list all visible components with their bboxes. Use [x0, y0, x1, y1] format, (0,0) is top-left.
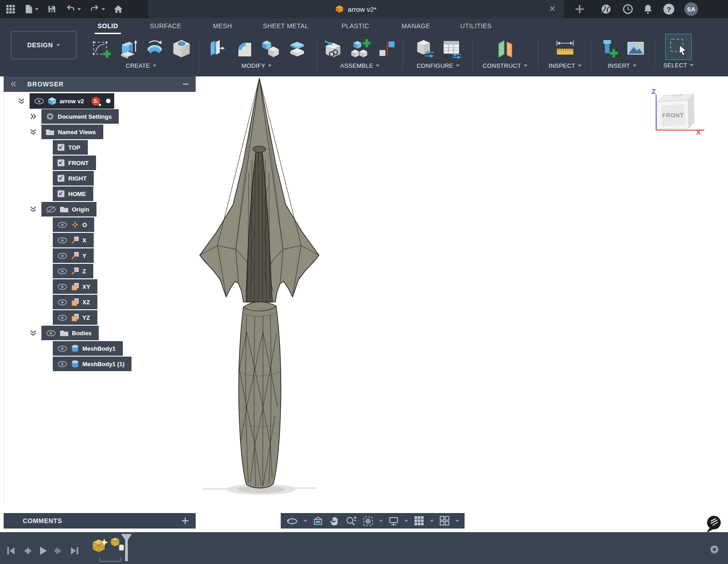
minimize-panel-icon[interactable] [182, 81, 189, 88]
tree-row-axis-y[interactable]: Y [4, 248, 196, 263]
eye-icon[interactable] [57, 237, 68, 244]
insert-dropdown[interactable]: INSERT [607, 62, 636, 69]
redo-button[interactable] [89, 4, 105, 14]
app-grid-icon[interactable] [5, 4, 15, 14]
new-component-button[interactable] [349, 38, 370, 59]
tree-row-plane-yz[interactable]: YZ [4, 310, 196, 325]
share-status-badge[interactable]: S. [91, 97, 100, 106]
chevron-right-icon[interactable] [29, 112, 37, 121]
activate-component-radio[interactable] [106, 99, 111, 103]
tree-row-view-top[interactable]: TOP [4, 140, 196, 155]
eye-off-icon[interactable] [46, 206, 56, 213]
inspect-dropdown[interactable]: INSPECT [549, 62, 581, 69]
eye-icon[interactable] [34, 98, 45, 105]
joint-button[interactable] [376, 38, 397, 59]
step-back-button[interactable] [22, 546, 31, 555]
view-cube-front-face[interactable]: FRONT [657, 112, 689, 119]
timeline-insert-mesh-feature[interactable] [91, 538, 109, 556]
job-status-clock-icon[interactable] [622, 4, 633, 15]
file-menu-button[interactable] [24, 4, 39, 14]
undo-button[interactable] [65, 4, 81, 14]
orbit-icon[interactable] [286, 515, 298, 527]
save-button[interactable] [47, 4, 57, 14]
pan-icon[interactable] [329, 515, 340, 526]
chevron-down-icon[interactable] [29, 128, 37, 136]
tree-row-plane-xy[interactable]: XY [4, 279, 196, 294]
tree-row-axis-x[interactable]: X [4, 233, 196, 247]
new-tab-icon[interactable] [574, 4, 585, 15]
display-settings-icon[interactable] [388, 515, 399, 526]
grid-settings-icon[interactable] [414, 515, 425, 526]
extrude-button[interactable] [117, 38, 138, 59]
tab-plastic[interactable]: PLASTIC [341, 22, 369, 30]
eye-icon[interactable] [57, 314, 68, 321]
hole-button[interactable] [171, 38, 192, 59]
eye-icon[interactable] [57, 252, 68, 259]
eye-icon[interactable] [57, 345, 68, 352]
step-forward-button[interactable] [54, 546, 63, 555]
tab-mesh[interactable]: MESH [213, 22, 232, 30]
chevron-down-icon[interactable] [404, 520, 408, 522]
eye-icon[interactable] [46, 330, 56, 337]
create-sketch-button[interactable] [91, 38, 111, 59]
chevron-down-icon[interactable] [29, 329, 37, 337]
tree-row-view-front[interactable]: FRONT [4, 156, 196, 170]
timeline-playhead[interactable] [120, 534, 133, 561]
tab-surface[interactable]: SURFACE [150, 22, 182, 30]
insert-fastener-button[interactable] [598, 38, 619, 59]
help-button[interactable]: ? [663, 4, 674, 15]
configure-design-button[interactable] [415, 38, 435, 59]
eye-icon[interactable] [57, 283, 68, 290]
tree-row-origin-point[interactable]: O [4, 217, 196, 232]
avatar[interactable]: SA [684, 2, 698, 16]
comments-bar[interactable]: COMMENTS [4, 513, 196, 529]
press-pull-button[interactable] [206, 38, 227, 59]
arrowhead-mesh-model[interactable] [195, 77, 324, 503]
tree-row-view-right[interactable]: RIGHT [4, 171, 196, 186]
tree-row-plane-xz[interactable]: XZ [4, 295, 196, 309]
collapse-panel-icon[interactable] [10, 81, 17, 88]
workspace-selector[interactable]: DESIGN [11, 31, 76, 59]
eye-icon[interactable] [57, 361, 68, 368]
document-tab[interactable]: arrow v2* [148, 0, 564, 18]
notifications-bell-icon[interactable] [642, 4, 653, 15]
construct-dropdown[interactable]: CONSTRUCT [483, 62, 527, 69]
tab-sheet-metal[interactable]: SHEET METAL [263, 22, 308, 30]
play-button[interactable] [38, 546, 47, 555]
zoom-icon[interactable] [345, 515, 357, 526]
tree-row-document-settings[interactable]: Document Settings [4, 109, 196, 124]
tab-manage[interactable]: MANAGE [401, 22, 430, 30]
tab-utilities[interactable]: UTILITIES [460, 22, 492, 30]
modify-dropdown[interactable]: MODIFY [242, 62, 272, 69]
fillet-button[interactable] [233, 38, 254, 59]
construct-plane-button[interactable] [493, 38, 517, 59]
chevron-down-icon[interactable] [29, 205, 37, 213]
insert-derive-button[interactable] [323, 38, 344, 59]
home-button[interactable] [113, 4, 123, 14]
configure-dropdown[interactable]: CONFIGURE [417, 62, 460, 69]
eye-icon[interactable] [57, 299, 68, 306]
tree-row-origin[interactable]: Origin [4, 202, 196, 217]
chevron-down-icon[interactable] [455, 520, 459, 522]
configuration-table-button[interactable] [441, 38, 462, 59]
tree-row-view-home[interactable]: HOME [4, 186, 196, 201]
extensions-icon[interactable] [601, 4, 612, 15]
eye-icon[interactable] [57, 222, 68, 228]
add-comment-icon[interactable] [181, 517, 189, 525]
chevron-down-icon[interactable] [379, 520, 383, 522]
select-dropdown[interactable]: SELECT [663, 62, 693, 69]
look-at-icon[interactable] [313, 515, 324, 526]
eye-icon[interactable] [57, 268, 68, 275]
timeline-settings-gear-icon[interactable] [709, 544, 720, 555]
assemble-dropdown[interactable]: ASSEMBLE [340, 62, 379, 69]
chevron-down-icon[interactable] [303, 520, 307, 522]
select-tool-button[interactable] [665, 34, 692, 60]
feedback-bubble-icon[interactable] [705, 515, 723, 534]
revolve-button[interactable] [144, 38, 165, 59]
chevron-down-icon[interactable] [430, 520, 434, 522]
tree-row-root-component[interactable]: arrow v2 S. [4, 94, 196, 108]
viewports-icon[interactable] [439, 515, 450, 526]
fit-icon[interactable] [363, 515, 374, 526]
tab-solid[interactable]: SOLID [98, 22, 118, 30]
split-body-button[interactable] [287, 38, 308, 59]
